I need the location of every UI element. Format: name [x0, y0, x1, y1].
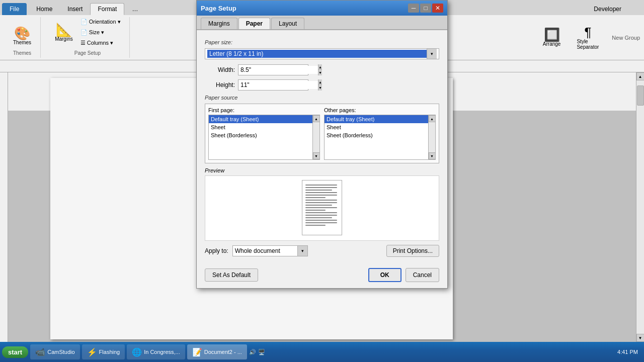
preview-line-4	[305, 192, 337, 193]
print-options-button[interactable]: Print Options...	[386, 245, 439, 257]
preview-line-10	[305, 207, 337, 208]
height-increment[interactable]: ▲	[318, 79, 322, 85]
page-setup-dialog: Page Setup ─ □ ✕ Margins Paper Layout Pa…	[196, 0, 448, 289]
paper-size-label: Paper size:	[205, 39, 439, 45]
first-page-item-2[interactable]: Sheet (Borderless)	[209, 131, 319, 139]
camstudio-icon: 📹	[35, 347, 45, 357]
ok-button[interactable]: OK	[368, 268, 401, 282]
apply-to-value: Whole document	[233, 247, 297, 255]
preview-line-3	[305, 190, 332, 191]
height-input[interactable]: ▲ ▼	[238, 79, 308, 90]
tab-margins[interactable]: Margins	[201, 18, 237, 29]
width-label: Width:	[205, 66, 235, 73]
browser-icon: 🌐	[132, 347, 142, 357]
other-scroll-up[interactable]: ▲	[429, 115, 436, 122]
tray-icon-network: 🖥️	[258, 349, 265, 355]
tray-icon-sound: 🔊	[249, 349, 256, 355]
other-pages-scrollbar[interactable]: ▲ ▼	[428, 115, 435, 159]
other-pages-label: Other pages:	[324, 107, 436, 113]
height-field[interactable]	[238, 81, 318, 89]
taskbar-flashing[interactable]: ⚡ Flashing	[82, 344, 125, 359]
other-scroll-track[interactable]	[429, 122, 436, 152]
other-pages-list[interactable]: Default tray (Sheet) Sheet Sheet (Border…	[324, 115, 436, 160]
width-row: Width: ▲ ▼	[205, 64, 439, 75]
paper-size-arrow[interactable]: ▾	[427, 49, 437, 59]
taskbar-camstudio[interactable]: 📹 CamStudio	[30, 344, 79, 359]
paper-source-box: First page: Default tray (Sheet) Sheet S…	[205, 104, 439, 163]
close-button[interactable]: ✕	[432, 4, 443, 13]
preview-line-15	[305, 220, 337, 221]
dialog-title: Page Setup	[201, 5, 236, 12]
preview-line-9	[305, 205, 332, 206]
tab-layout[interactable]: Layout	[271, 18, 304, 29]
first-scroll-down[interactable]: ▼	[313, 152, 320, 159]
preview-line-2	[305, 187, 337, 188]
apply-to-select[interactable]: Whole document ▾	[232, 245, 308, 256]
width-input[interactable]: ▲ ▼	[238, 64, 308, 75]
height-decrement[interactable]: ▼	[318, 85, 322, 90]
first-scroll-up[interactable]: ▲	[313, 115, 320, 122]
first-page-list[interactable]: Default tray (Sheet) Sheet Sheet (Border…	[208, 115, 320, 160]
clock: 4:41 PM	[613, 349, 642, 355]
cancel-button[interactable]: Cancel	[406, 268, 439, 282]
paper-source-section-label: Paper source	[205, 95, 439, 101]
dialog-titlebar: Page Setup ─ □ ✕	[197, 1, 447, 16]
other-page-item-2[interactable]: Sheet (Borderless)	[325, 131, 435, 139]
height-spinner[interactable]: ▲ ▼	[318, 79, 322, 90]
apply-row: Apply to: Whole document ▾ Print Options…	[205, 245, 439, 257]
first-page-item-1[interactable]: Sheet	[209, 123, 319, 131]
preview-box	[205, 175, 439, 241]
other-scroll-down[interactable]: ▼	[429, 152, 436, 159]
word-label: Document2 - ...	[204, 349, 242, 355]
preview-line-1	[305, 185, 337, 186]
preview-line-16	[305, 222, 337, 223]
maximize-button[interactable]: □	[420, 4, 431, 13]
dialog-overlay: Page Setup ─ □ ✕ Margins Paper Layout Pa…	[0, 0, 644, 362]
taskbar-word[interactable]: 📝 Document2 - ...	[187, 344, 247, 359]
preview-line-7	[305, 200, 337, 201]
preview-line-6	[305, 197, 326, 198]
preview-line-12	[305, 212, 337, 213]
other-pages-col: Other pages: Default tray (Sheet) Sheet …	[324, 107, 436, 160]
dialog-body: Paper size: Letter (8 1/2 x 11 in) ▾ Wid…	[197, 30, 447, 264]
taskbar: start 📹 CamStudio ⚡ Flashing 🌐 In Congre…	[0, 342, 644, 362]
minimize-button[interactable]: ─	[408, 4, 419, 13]
titlebar-buttons: ─ □ ✕	[408, 4, 443, 13]
preview-line-11	[305, 210, 326, 211]
browser-label: In Congress,...	[144, 349, 180, 355]
tab-paper[interactable]: Paper	[238, 18, 270, 29]
preview-line-13	[305, 215, 337, 216]
width-increment[interactable]: ▲	[318, 64, 322, 70]
width-field[interactable]	[238, 66, 318, 74]
word-icon: 📝	[192, 347, 202, 357]
system-tray: 🔊 🖥️	[249, 349, 265, 355]
footer-right-buttons: OK Cancel	[368, 268, 439, 282]
camstudio-label: CamStudio	[47, 349, 74, 355]
first-page-label: First page:	[208, 107, 320, 113]
sources-row: First page: Default tray (Sheet) Sheet S…	[208, 107, 436, 160]
paper-size-select[interactable]: Letter (8 1/2 x 11 in) ▾	[205, 48, 439, 59]
flashing-icon: ⚡	[87, 347, 97, 357]
preview-line-17	[305, 225, 326, 226]
dialog-footer: Set As Default OK Cancel	[197, 264, 447, 288]
width-spinner[interactable]: ▲ ▼	[318, 64, 322, 75]
flashing-label: Flashing	[99, 349, 120, 355]
other-page-item-1[interactable]: Sheet	[325, 123, 435, 131]
taskbar-browser[interactable]: 🌐 In Congress,...	[127, 344, 185, 359]
apply-to-arrow[interactable]: ▾	[297, 246, 307, 256]
preview-line-5	[305, 195, 337, 196]
set-as-default-button[interactable]: Set As Default	[205, 268, 258, 282]
width-decrement[interactable]: ▼	[318, 70, 322, 75]
first-page-scrollbar[interactable]: ▲ ▼	[312, 115, 319, 159]
first-page-col: First page: Default tray (Sheet) Sheet S…	[208, 107, 320, 160]
preview-page	[302, 180, 342, 235]
height-label: Height:	[205, 81, 235, 88]
start-button[interactable]: start	[2, 346, 28, 358]
dialog-tabs: Margins Paper Layout	[197, 16, 447, 30]
other-page-item-0[interactable]: Default tray (Sheet)	[325, 115, 435, 123]
preview-section: Preview	[205, 167, 439, 241]
first-page-item-0[interactable]: Default tray (Sheet)	[209, 115, 319, 123]
preview-line-8	[305, 202, 337, 203]
first-scroll-track[interactable]	[313, 122, 320, 152]
height-row: Height: ▲ ▼	[205, 79, 439, 90]
